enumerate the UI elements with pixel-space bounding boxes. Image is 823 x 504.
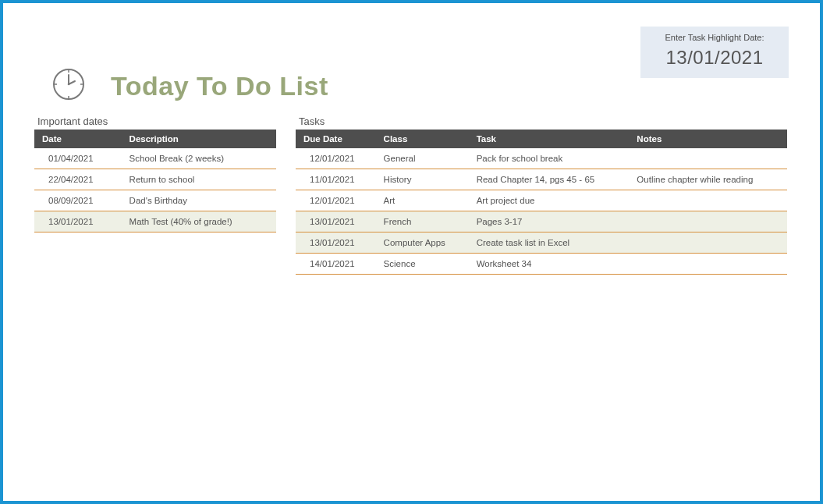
cell-notes xyxy=(629,211,787,232)
cell-notes xyxy=(629,254,787,275)
important-dates-table: Date Description 01/04/2021School Break … xyxy=(34,130,276,232)
tasks-row[interactable]: 11/01/2021HistoryRead Chapter 14, pgs 45… xyxy=(296,169,787,190)
col-class: Class xyxy=(376,130,469,148)
cell-due: 13/01/2021 xyxy=(296,232,376,254)
important-dates-row[interactable]: 01/04/2021School Break (2 weeks) xyxy=(34,148,276,169)
tasks-row[interactable]: 13/01/2021FrenchPages 3-17 xyxy=(296,211,787,232)
col-description: Description xyxy=(122,130,276,148)
page-title: Today To Do List xyxy=(111,71,328,101)
tasks-label: Tasks xyxy=(299,115,787,127)
clock-icon xyxy=(50,66,87,106)
cell-desc: Math Test (40% of grade!) xyxy=(122,211,276,232)
important-dates-row[interactable]: 13/01/2021Math Test (40% of grade!) xyxy=(34,211,276,232)
highlight-date-value[interactable]: 13/01/2021 xyxy=(648,47,781,69)
cell-task: Worksheet 34 xyxy=(469,254,630,275)
cell-due: 12/01/2021 xyxy=(296,148,376,169)
cell-desc: School Break (2 weeks) xyxy=(122,148,276,169)
cell-desc: Dad's Birthday xyxy=(122,190,276,211)
tasks-row[interactable]: 13/01/2021Computer AppsCreate task list … xyxy=(296,232,787,254)
tasks-row[interactable]: 14/01/2021ScienceWorksheet 34 xyxy=(296,254,787,275)
cell-due: 14/01/2021 xyxy=(296,254,376,275)
cell-due: 12/01/2021 xyxy=(296,190,376,211)
col-task: Task xyxy=(469,130,630,148)
cell-task: Art project due xyxy=(469,190,630,211)
cell-class: French xyxy=(376,211,469,232)
cell-notes: Outline chapter while reading xyxy=(629,169,787,190)
col-notes: Notes xyxy=(629,130,787,148)
cell-class: Art xyxy=(376,190,469,211)
cell-due: 11/01/2021 xyxy=(296,169,376,190)
cell-class: Computer Apps xyxy=(376,232,469,254)
cell-class: History xyxy=(376,169,469,190)
cell-notes xyxy=(629,190,787,211)
highlight-date-label: Enter Task Highlight Date: xyxy=(648,33,781,42)
svg-line-2 xyxy=(69,81,75,84)
col-date: Date xyxy=(34,130,122,148)
cell-task: Pages 3-17 xyxy=(469,211,630,232)
cell-notes xyxy=(629,148,787,169)
cell-date: 22/04/2021 xyxy=(34,169,122,190)
highlight-date-box[interactable]: Enter Task Highlight Date: 13/01/2021 xyxy=(640,27,789,78)
cell-due: 13/01/2021 xyxy=(296,211,376,232)
svg-point-3 xyxy=(68,83,70,86)
cell-date: 01/04/2021 xyxy=(34,148,122,169)
cell-date: 08/09/2021 xyxy=(34,190,122,211)
cell-task: Read Chapter 14, pgs 45 - 65 xyxy=(469,169,630,190)
important-dates-section: Important dates Date Description 01/04/2… xyxy=(34,115,276,275)
tasks-row[interactable]: 12/01/2021GeneralPack for school break xyxy=(296,148,787,169)
cell-class: Science xyxy=(376,254,469,275)
tasks-table: Due Date Class Task Notes 12/01/2021Gene… xyxy=(296,130,787,275)
tasks-row[interactable]: 12/01/2021ArtArt project due xyxy=(296,190,787,211)
cell-date: 13/01/2021 xyxy=(34,211,122,232)
cell-notes xyxy=(629,232,787,254)
cell-desc: Return to school xyxy=(122,169,276,190)
important-dates-row[interactable]: 08/09/2021Dad's Birthday xyxy=(34,190,276,211)
tasks-section: Tasks Due Date Class Task Notes 12/01/20… xyxy=(296,115,787,275)
important-dates-label: Important dates xyxy=(37,115,276,127)
col-due: Due Date xyxy=(296,130,376,148)
cell-class: General xyxy=(376,148,469,169)
cell-task: Pack for school break xyxy=(469,148,630,169)
cell-task: Create task list in Excel xyxy=(469,232,630,254)
important-dates-row[interactable]: 22/04/2021Return to school xyxy=(34,169,276,190)
